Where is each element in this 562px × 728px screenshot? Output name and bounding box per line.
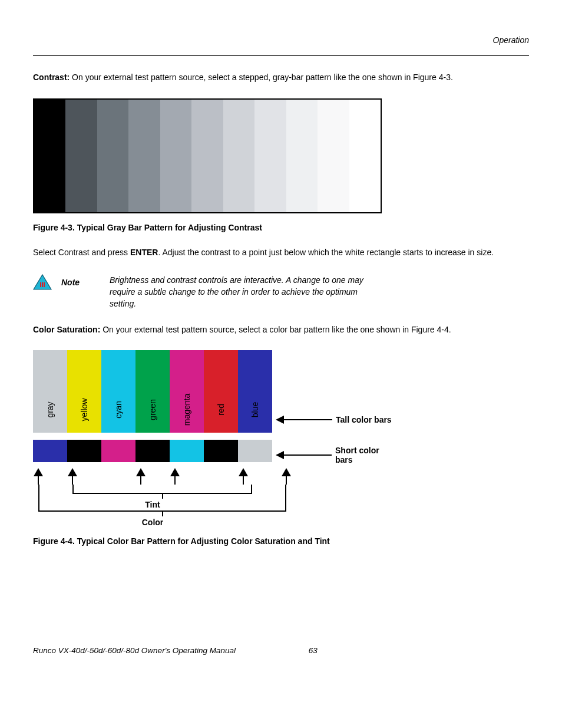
color-bracket — [38, 485, 286, 512]
up-arrow-icon — [34, 468, 43, 476]
tall-bars-arrow-row: Tall color bars — [276, 415, 392, 424]
short-color-bars — [33, 440, 272, 462]
tall-bar-label: yellow — [80, 398, 89, 421]
up-arrow-icon — [136, 468, 146, 476]
up-arrow-icon — [68, 468, 77, 476]
tall-color-bar: magenta — [170, 350, 204, 433]
color-label: Color — [33, 518, 272, 527]
tall-color-bar: yellow — [67, 350, 101, 433]
short-bars-label: Short color bars — [335, 446, 398, 465]
short-color-bar — [135, 440, 170, 462]
colorsat-paragraph: Color Saturation: On your external test … — [33, 324, 529, 335]
gray-bar-figure — [33, 98, 382, 213]
enter-key: ENTER — [130, 248, 158, 257]
tall-color-bars: grayyellowcyangreenmagentaredblue — [33, 350, 272, 433]
tall-color-bar: gray — [33, 350, 67, 433]
colorsat-label: Color Saturation: — [33, 325, 100, 334]
gray-bar-step — [254, 100, 286, 212]
footer-text: Runco VX-40d/-50d/-60d/-80d Owner's Oper… — [33, 646, 236, 655]
figure-4-4-caption: Figure 4-4. Typical Color Bar Pattern fo… — [33, 536, 529, 546]
contrast-label: Contrast: — [33, 73, 70, 82]
gray-bar-step — [97, 100, 128, 212]
contrast-instruction: Select Contrast and press ENTER. Adjust … — [33, 246, 529, 258]
tall-bar-label: red — [216, 403, 226, 415]
section-heading: Operation — [33, 35, 529, 45]
note-label: Note — [61, 274, 100, 287]
tall-bar-label: cyan — [114, 401, 123, 419]
header-rule — [33, 55, 529, 56]
short-color-bar — [101, 440, 135, 462]
tall-bar-label: magenta — [182, 393, 191, 425]
short-color-bar — [204, 440, 238, 462]
gray-bar-step — [191, 100, 223, 212]
tall-bar-label: blue — [250, 401, 260, 417]
short-color-bar — [170, 440, 204, 462]
short-color-bar — [238, 440, 272, 462]
gray-bar-step — [349, 100, 381, 212]
up-arrows-row — [33, 468, 272, 485]
colorsat-text: On your external test pattern source, se… — [100, 325, 451, 334]
short-color-bar — [33, 440, 67, 462]
gray-bar-step — [65, 100, 97, 212]
short-bars-arrow-row: Short color bars — [276, 446, 398, 465]
tall-color-bar: cyan — [101, 350, 135, 433]
note-block: Note Brightness and contrast controls ar… — [33, 274, 529, 310]
figure-4-3-caption: Figure 4-3. Typical Gray Bar Pattern for… — [33, 223, 529, 232]
arrow-left-icon — [276, 416, 332, 424]
color-bar-figure: grayyellowcyangreenmagentaredblue Tall c… — [33, 350, 398, 527]
gray-bar-step — [223, 100, 254, 212]
up-arrow-icon — [239, 468, 248, 476]
tall-bar-label: green — [148, 399, 157, 420]
tall-color-bar: blue — [238, 350, 272, 433]
short-color-bar — [67, 440, 101, 462]
tall-bars-label: Tall color bars — [336, 415, 392, 424]
page-footer: Runco VX-40d/-50d/-60d/-80d Owner's Oper… — [33, 646, 529, 655]
arrow-left-icon — [276, 451, 332, 459]
tall-color-bar: green — [135, 350, 170, 433]
color-drop — [162, 510, 163, 516]
contrast-paragraph: Contrast: On your external test pattern … — [33, 71, 529, 83]
up-arrow-icon — [282, 468, 291, 476]
tall-color-bar: red — [204, 350, 238, 433]
contrast-instr-post: . Adjust the contrast to a point just be… — [158, 248, 494, 257]
page-number: 63 — [309, 646, 318, 655]
gray-bar-step — [318, 100, 349, 212]
contrast-text: On your external test pattern source, se… — [70, 73, 453, 82]
gray-bar-step — [34, 100, 65, 212]
contrast-instr-pre: Select Contrast and press — [33, 248, 130, 257]
up-arrow-icon — [170, 468, 180, 476]
gray-bar-step — [160, 100, 191, 212]
note-text: Brightness and contrast controls are int… — [110, 274, 369, 310]
gray-bar-step — [286, 100, 318, 212]
tall-bar-label: gray — [45, 401, 55, 417]
gray-bar-step — [128, 100, 160, 212]
note-triangle-icon — [33, 274, 52, 291]
